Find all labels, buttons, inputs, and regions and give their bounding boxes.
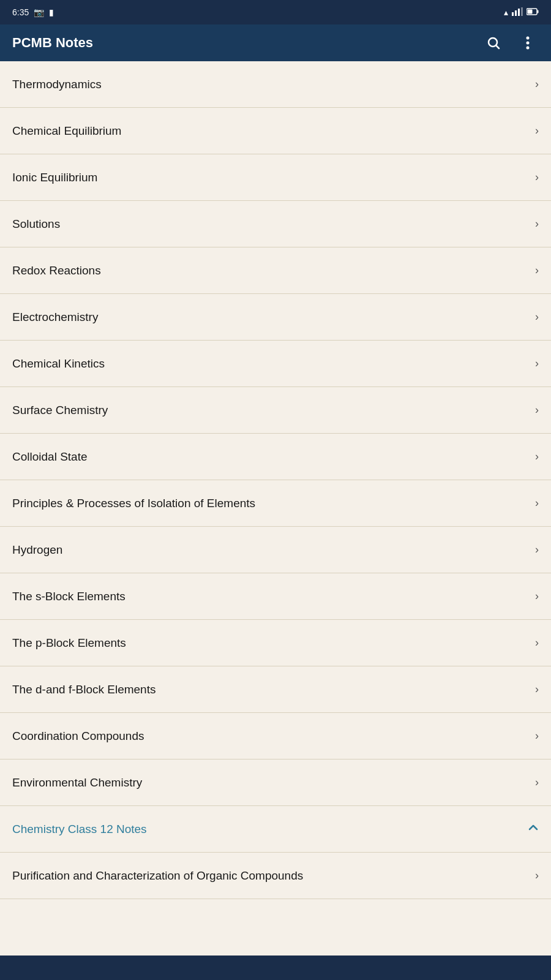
svg-point-9 bbox=[527, 37, 530, 40]
svg-rect-5 bbox=[538, 10, 539, 13]
svg-rect-0 bbox=[512, 12, 514, 16]
list-item-label: Thermodynamics bbox=[12, 78, 102, 91]
chevron-icon: › bbox=[535, 217, 539, 230]
list-item-colloidal-state[interactable]: Colloidal State › bbox=[0, 434, 551, 480]
status-bar-right: ▴ bbox=[504, 7, 539, 18]
chevron-icon: › bbox=[535, 776, 539, 789]
list-item-label: Principles & Processes of Isolation of E… bbox=[12, 497, 255, 510]
list-item-ionic-equilibrium[interactable]: Ionic Equilibrium › bbox=[0, 154, 551, 201]
list-item-label: Colloidal State bbox=[12, 450, 88, 464]
battery-icon bbox=[527, 7, 539, 17]
list-item-hydrogen[interactable]: Hydrogen › bbox=[0, 527, 551, 573]
bottom-bar bbox=[0, 956, 551, 980]
chevron-icon: › bbox=[535, 543, 539, 556]
list-item-label: Ionic Equilibrium bbox=[12, 171, 97, 184]
chevron-icon: › bbox=[535, 311, 539, 323]
chevron-icon: › bbox=[535, 636, 539, 649]
svg-point-10 bbox=[527, 42, 530, 45]
status-bar-left: 6:35 📷 ▮ bbox=[12, 7, 54, 17]
chevron-icon: › bbox=[535, 683, 539, 696]
list-item-thermodynamics[interactable]: Thermodynamics › bbox=[0, 61, 551, 108]
svg-rect-2 bbox=[518, 9, 520, 16]
svg-rect-1 bbox=[515, 10, 517, 16]
svg-line-8 bbox=[497, 46, 499, 48]
svg-point-11 bbox=[527, 47, 530, 50]
list-item-label: Surface Chemistry bbox=[12, 404, 108, 417]
list-item-chemical-equilibrium[interactable]: Chemical Equilibrium › bbox=[0, 108, 551, 154]
list-item-label: Electrochemistry bbox=[12, 311, 98, 324]
list-item-label: Chemical Equilibrium bbox=[12, 124, 121, 138]
list-item-s-block-elements[interactable]: The s-Block Elements › bbox=[0, 573, 551, 620]
list-item-surface-chemistry[interactable]: Surface Chemistry › bbox=[0, 387, 551, 434]
chevron-icon: › bbox=[535, 590, 539, 603]
list-item-label: Hydrogen bbox=[12, 543, 62, 557]
chevron-icon: › bbox=[535, 404, 539, 417]
list-item-p-block-elements[interactable]: The p-Block Elements › bbox=[0, 620, 551, 666]
app-title: PCMB Notes bbox=[12, 35, 93, 51]
list-item-label: The d-and f-Block Elements bbox=[12, 683, 156, 696]
list-container: Thermodynamics › Chemical Equilibrium › … bbox=[0, 61, 551, 956]
wifi-icon: ▴ bbox=[504, 7, 508, 17]
list-item-label: The p-Block Elements bbox=[12, 636, 126, 650]
list-item-label: Solutions bbox=[12, 217, 60, 231]
list-item-redox-reactions[interactable]: Redox Reactions › bbox=[0, 247, 551, 294]
list-item-label: Environmental Chemistry bbox=[12, 776, 142, 790]
status-bar: 6:35 📷 ▮ ▴ bbox=[0, 0, 551, 24]
svg-rect-6 bbox=[528, 10, 533, 14]
app-bar-icons bbox=[482, 32, 539, 54]
chemistry-class12-section-header[interactable]: Chemistry Class 12 Notes bbox=[0, 806, 551, 853]
chevron-icon: › bbox=[535, 729, 539, 742]
section-header-label: Chemistry Class 12 Notes bbox=[12, 823, 147, 836]
chevron-up-icon bbox=[528, 822, 539, 836]
chevron-icon: › bbox=[535, 869, 539, 882]
more-options-button[interactable] bbox=[517, 32, 539, 54]
chevron-icon: › bbox=[535, 497, 539, 510]
list-item-label: The s-Block Elements bbox=[12, 590, 126, 603]
time-display: 6:35 bbox=[12, 7, 29, 17]
svg-rect-3 bbox=[521, 7, 523, 16]
app-bar: PCMB Notes bbox=[0, 24, 551, 61]
gallery-icon: 📷 bbox=[34, 7, 44, 17]
list-item-electrochemistry[interactable]: Electrochemistry › bbox=[0, 294, 551, 341]
list-item-coordination-compounds[interactable]: Coordination Compounds › bbox=[0, 713, 551, 760]
chevron-icon: › bbox=[535, 450, 539, 463]
list-item-label: Redox Reactions bbox=[12, 264, 101, 277]
list-item-solutions[interactable]: Solutions › bbox=[0, 201, 551, 247]
chevron-icon: › bbox=[535, 171, 539, 184]
accessibility-icon: ▮ bbox=[49, 7, 54, 17]
list-item-label: Chemical Kinetics bbox=[12, 357, 105, 371]
list-item-label: Coordination Compounds bbox=[12, 729, 144, 743]
chevron-icon: › bbox=[535, 264, 539, 277]
list-item-environmental-chemistry[interactable]: Environmental Chemistry › bbox=[0, 760, 551, 806]
chevron-icon: › bbox=[535, 78, 539, 91]
chevron-icon: › bbox=[535, 357, 539, 370]
list-item-label: Purification and Characterization of Org… bbox=[12, 869, 303, 883]
list-item-principles-processes[interactable]: Principles & Processes of Isolation of E… bbox=[0, 480, 551, 527]
list-item-purification-characterization[interactable]: Purification and Characterization of Org… bbox=[0, 853, 551, 899]
list-item-chemical-kinetics[interactable]: Chemical Kinetics › bbox=[0, 341, 551, 387]
signal-icon bbox=[512, 7, 523, 18]
chevron-icon: › bbox=[535, 124, 539, 137]
list-item-d-f-block-elements[interactable]: The d-and f-Block Elements › bbox=[0, 666, 551, 713]
search-button[interactable] bbox=[482, 32, 504, 54]
